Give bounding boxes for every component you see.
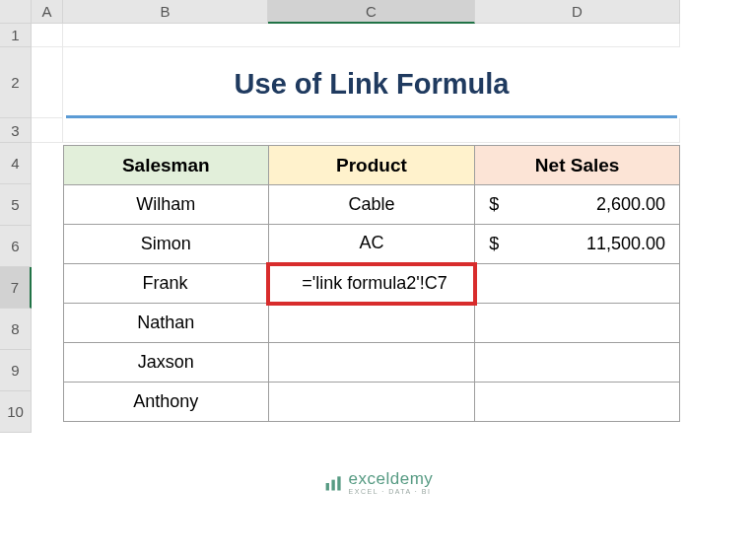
money-value: 2,600.00 <box>596 194 665 215</box>
cell-product[interactable] <box>268 343 475 383</box>
select-all-corner[interactable] <box>0 0 32 24</box>
cell-salesman[interactable]: Wilham <box>64 185 269 225</box>
row-header-3[interactable]: 3 <box>0 118 32 143</box>
watermark-sub: EXCEL · DATA · BI <box>349 488 434 495</box>
page-title: Use of Link Formula <box>66 59 677 118</box>
table-row: Jaxson <box>64 343 680 383</box>
row-headers-data: 4 5 6 7 8 9 10 <box>0 143 32 433</box>
svg-rect-2 <box>337 476 340 490</box>
watermark-main: exceldemy <box>349 470 434 487</box>
cell-netsales[interactable]: $11,500.00 <box>475 225 680 264</box>
row-header-7[interactable]: 7 <box>0 267 32 309</box>
cell-formula-input[interactable]: ='link formula2'!C7 <box>268 264 475 304</box>
cell-salesman[interactable]: Simon <box>64 225 269 264</box>
cell-A3[interactable] <box>32 118 63 143</box>
money-value: 11,500.00 <box>586 234 665 254</box>
row-header-1[interactable]: 1 <box>0 24 32 47</box>
row-header-9[interactable]: 9 <box>0 350 32 391</box>
cell-netsales[interactable] <box>475 264 680 304</box>
watermark: exceldemy EXCEL · DATA · BI <box>323 470 434 495</box>
currency-symbol: $ <box>489 194 499 215</box>
cell-merged-row3[interactable] <box>63 118 680 143</box>
col-header-A[interactable]: A <box>32 0 63 24</box>
data-table: Salesman Product Net Sales Wilham Cable … <box>63 145 680 422</box>
cell-netsales[interactable] <box>475 304 680 343</box>
table-row: Wilham Cable $2,600.00 <box>64 185 680 225</box>
cell-A2[interactable] <box>32 47 63 118</box>
table-row: Nathan <box>64 304 680 343</box>
svg-rect-1 <box>331 479 334 490</box>
cell-merged-row1[interactable] <box>63 24 680 47</box>
row-header-8[interactable]: 8 <box>0 309 32 350</box>
table-header-row: Salesman Product Net Sales <box>64 146 680 185</box>
chart-icon <box>323 473 343 493</box>
row-header-10[interactable]: 10 <box>0 391 32 433</box>
table-row: Anthony <box>64 383 680 422</box>
svg-rect-0 <box>325 483 328 491</box>
cell-netsales[interactable]: $2,600.00 <box>475 185 680 225</box>
header-netsales[interactable]: Net Sales <box>475 146 680 185</box>
row-header-2[interactable]: 2 <box>0 47 32 118</box>
cell-product[interactable]: Cable <box>268 185 475 225</box>
cell-A1[interactable] <box>32 24 63 47</box>
currency-symbol: $ <box>489 234 499 254</box>
spreadsheet-grid: A B C D 1 2 Use of Link Formula 3 <box>0 0 756 143</box>
cell-netsales[interactable] <box>475 383 680 422</box>
row-header-6[interactable]: 6 <box>0 226 32 267</box>
header-salesman[interactable]: Salesman <box>64 146 269 185</box>
row-header-5[interactable]: 5 <box>0 184 32 226</box>
cell-product[interactable] <box>268 383 475 422</box>
table-row: Simon AC $11,500.00 <box>64 225 680 264</box>
cell-salesman[interactable]: Jaxson <box>64 343 269 383</box>
col-header-C[interactable]: C <box>268 0 475 24</box>
col-header-B[interactable]: B <box>63 0 268 24</box>
header-product[interactable]: Product <box>268 146 475 185</box>
table-row: Frank ='link formula2'!C7 <box>64 264 680 304</box>
cell-salesman[interactable]: Anthony <box>64 383 269 422</box>
cell-salesman[interactable]: Frank <box>64 264 269 304</box>
cell-salesman[interactable]: Nathan <box>64 304 269 343</box>
col-header-D[interactable]: D <box>475 0 680 24</box>
cell-product[interactable] <box>268 304 475 343</box>
cell-netsales[interactable] <box>475 343 680 383</box>
row-header-4[interactable]: 4 <box>0 143 32 184</box>
cell-product[interactable]: AC <box>268 225 475 264</box>
